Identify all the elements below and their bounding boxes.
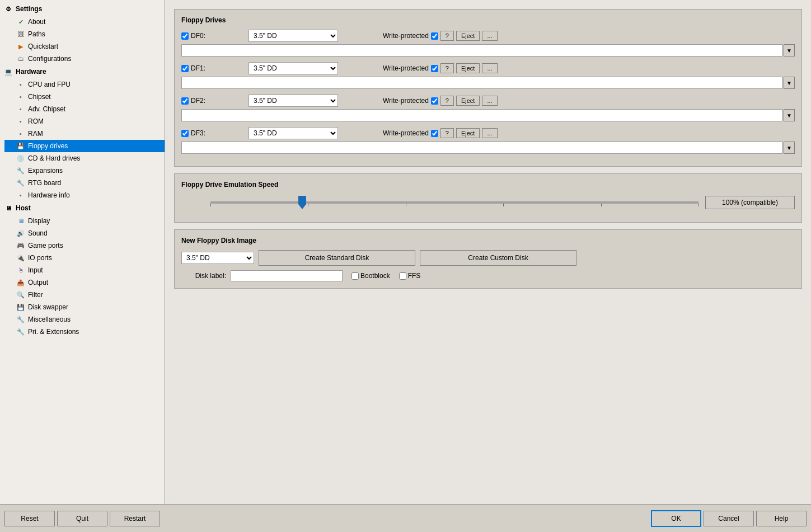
ffs-label[interactable]: FFS	[399, 272, 421, 280]
df2-path-dropdown-btn[interactable]: ▼	[784, 109, 795, 121]
df2-label[interactable]: DF2:	[181, 97, 249, 105]
restart-button[interactable]: Restart	[110, 511, 160, 526]
help-button[interactable]: Help	[756, 511, 807, 526]
sidebar-item-quickstart[interactable]: ▶ Quickstart	[4, 40, 165, 53]
df0-label[interactable]: DF0:	[181, 32, 249, 40]
disk-label-input[interactable]	[231, 270, 343, 281]
speed-slider-thumb[interactable]	[298, 196, 306, 211]
df2-eject-btn[interactable]: Eject	[456, 96, 480, 106]
chipset-icon: ▪	[16, 92, 26, 102]
df3-path-dropdown-btn[interactable]: ▼	[784, 142, 795, 154]
df1-path-dropdown-btn[interactable]: ▼	[784, 77, 795, 89]
bootblock-checkbox[interactable]	[351, 272, 359, 280]
sidebar-item-expansions[interactable]: 🔧 Expansions	[4, 164, 165, 177]
hardware-group-icon: 💻	[3, 67, 13, 77]
df1-type-select[interactable]: 3.5" DD3.5" HD5.25" DD	[249, 62, 338, 74]
df2-question-btn[interactable]: ?	[440, 96, 454, 106]
df1-more-btn[interactable]: ...	[482, 63, 497, 73]
ok-button[interactable]: OK	[651, 510, 701, 527]
df3-write-protected-label: Write-protected	[383, 129, 429, 137]
about-icon: ✔	[16, 17, 26, 27]
df1-question-btn[interactable]: ?	[440, 63, 454, 73]
sidebar-item-chipset[interactable]: ▪ Chipset	[4, 91, 165, 103]
sidebar-item-paths[interactable]: 🖼 Paths	[4, 28, 165, 40]
rom-icon: ▪	[16, 116, 26, 126]
sidebar-item-filter[interactable]: 🔍 Filter	[4, 289, 165, 301]
df2-label-text: DF2:	[191, 97, 205, 105]
df0-more-btn[interactable]: ...	[482, 31, 497, 41]
game-ports-icon: 🎮	[16, 241, 26, 251]
hardware-items: ▪ CPU and FPU ▪ Chipset ▪ Adv. Chipset ▪…	[4, 78, 165, 201]
sidebar-item-label-filter: Filter	[28, 291, 43, 299]
sidebar-item-hardware-info[interactable]: ▪ Hardware info	[4, 189, 165, 201]
new-disk-type-select[interactable]: 3.5" DD 3.5" HD 5.25" DD	[181, 252, 254, 264]
df3-path-input[interactable]	[181, 142, 782, 154]
hardware-group-label: Hardware	[16, 68, 46, 76]
df0-path-input[interactable]	[181, 44, 782, 57]
df1-wp-checkbox[interactable]	[431, 65, 438, 72]
sidebar-item-input[interactable]: 🖱 Input	[4, 264, 165, 276]
df3-question-btn[interactable]: ?	[440, 128, 454, 138]
settings-group-label: Settings	[16, 5, 42, 13]
df0-type-select[interactable]: 3.5" DD3.5" HD5.25" DD	[249, 30, 338, 42]
quit-button[interactable]: Quit	[57, 511, 107, 526]
sidebar-item-io-ports[interactable]: 🔌 IO ports	[4, 252, 165, 264]
sidebar-item-ram[interactable]: ▪ RAM	[4, 128, 165, 140]
df3-wp-checkbox[interactable]	[431, 130, 438, 137]
df0-checkbox[interactable]	[181, 32, 189, 40]
reset-button[interactable]: Reset	[4, 511, 55, 526]
sidebar-item-adv-chipset[interactable]: ▪ Adv. Chipset	[4, 103, 165, 115]
bootblock-label[interactable]: Bootblock	[351, 272, 390, 280]
df1-path-input[interactable]	[181, 77, 782, 89]
sidebar-item-rom[interactable]: ▪ ROM	[4, 115, 165, 128]
speed-display-button[interactable]: 100% (compatible)	[705, 196, 795, 209]
sidebar-item-about[interactable]: ✔ About	[4, 16, 165, 28]
sidebar: ⚙ Settings ✔ About 🖼 Paths ▶ Quickstart …	[0, 0, 165, 504]
sidebar-item-display[interactable]: 🖥 Display	[4, 215, 165, 227]
drive-row-df2: DF2: 3.5" DD3.5" HD5.25" DD Write-protec…	[181, 95, 795, 121]
floppy-drives-section: Floppy Drives DF0: 3.5" DD3.5" HD5.25" D…	[174, 9, 802, 167]
sidebar-group-settings[interactable]: ⚙ Settings	[0, 2, 165, 16]
df3-type-select[interactable]: 3.5" DD3.5" HD5.25" DD	[249, 127, 338, 139]
sidebar-item-label-quickstart: Quickstart	[28, 43, 58, 50]
ffs-checkbox[interactable]	[399, 272, 406, 280]
pri-ext-icon: 🔧	[16, 327, 26, 337]
df2-checkbox[interactable]	[181, 97, 189, 105]
sidebar-item-game-ports[interactable]: 🎮 Game ports	[4, 239, 165, 252]
sidebar-item-disk-swapper[interactable]: 💾 Disk swapper	[4, 301, 165, 313]
df2-more-btn[interactable]: ...	[482, 96, 497, 106]
df1-checkbox[interactable]	[181, 65, 189, 72]
cancel-button[interactable]: Cancel	[704, 511, 754, 526]
sidebar-item-cd-hard[interactable]: 💿 CD & Hard drives	[4, 152, 165, 164]
df2-path-row: ▼	[181, 109, 795, 121]
sidebar-item-pri-extensions[interactable]: 🔧 Pri. & Extensions	[4, 326, 165, 338]
sidebar-item-sound[interactable]: 🔊 Sound	[4, 227, 165, 239]
create-standard-disk-button[interactable]: Create Standard Disk	[259, 250, 415, 266]
sidebar-group-hardware[interactable]: 💻 Hardware	[0, 65, 165, 78]
create-custom-disk-button[interactable]: Create Custom Disk	[420, 250, 576, 266]
df3-label[interactable]: DF3:	[181, 129, 249, 137]
sidebar-item-configurations[interactable]: 🗂 Configurations	[4, 53, 165, 65]
df0-question-btn[interactable]: ?	[440, 31, 454, 41]
df3-more-btn[interactable]: ...	[482, 128, 497, 138]
sidebar-item-label-game-ports: Game ports	[28, 242, 63, 249]
df2-path-input[interactable]	[181, 109, 782, 121]
sidebar-item-rtg-board[interactable]: 🔧 RTG board	[4, 177, 165, 189]
df1-label[interactable]: DF1:	[181, 64, 249, 72]
sidebar-item-miscellaneous[interactable]: 🔧 Miscellaneous	[4, 313, 165, 326]
df1-eject-btn[interactable]: Eject	[456, 63, 480, 73]
sidebar-item-output[interactable]: 📤 Output	[4, 276, 165, 289]
sidebar-item-label-configurations: Configurations	[28, 55, 71, 63]
sidebar-group-host[interactable]: 🖥 Host	[0, 201, 165, 215]
df0-path-dropdown-btn[interactable]: ▼	[784, 44, 795, 57]
df2-type-select[interactable]: 3.5" DD3.5" HD5.25" DD	[249, 95, 338, 107]
sound-icon: 🔊	[16, 228, 26, 238]
drive-row-df3: DF3: 3.5" DD3.5" HD5.25" DD Write-protec…	[181, 127, 795, 154]
df2-wp-checkbox[interactable]	[431, 97, 438, 105]
sidebar-item-floppy-drives[interactable]: 💾 Floppy drives	[4, 140, 165, 152]
df3-eject-btn[interactable]: Eject	[456, 128, 480, 138]
df0-eject-btn[interactable]: Eject	[456, 31, 480, 41]
sidebar-item-cpu-fpu[interactable]: ▪ CPU and FPU	[4, 78, 165, 91]
df0-wp-checkbox[interactable]	[431, 32, 438, 40]
df3-checkbox[interactable]	[181, 130, 189, 137]
